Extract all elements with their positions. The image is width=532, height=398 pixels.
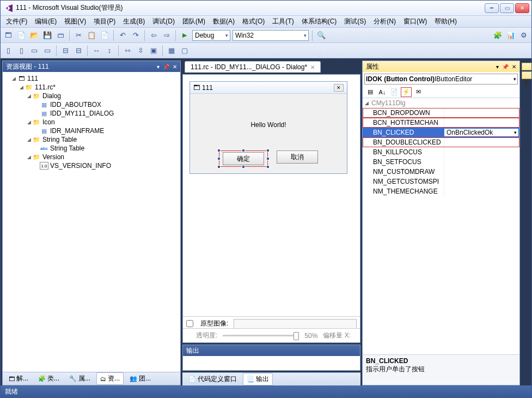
align-top-icon[interactable]: ▭ [29,45,40,56]
ext3-icon[interactable]: ⚙ [518,30,529,41]
minimize-button[interactable]: ━ [485,3,499,13]
menu-help[interactable]: 帮助(H) [431,16,460,27]
tree-stringtable-item[interactable]: abcString Table [4,144,179,153]
cut-icon[interactable]: ✂ [73,30,84,41]
align-left-icon[interactable]: ▯ [3,45,14,56]
prop-item[interactable]: BN_KILLFOCUS [363,147,519,157]
proto-path-input[interactable] [234,319,357,329]
editor-tab[interactable]: 111.rc - IDD_MY11..._DIALOG - Dialog* ✕ [185,61,321,73]
maximize-button[interactable]: ▭ [500,3,514,13]
btab-resource[interactable]: 🗂资... [96,372,124,385]
grid-icon[interactable]: ▦ [166,45,177,56]
config-combo[interactable]: Debug [192,30,230,41]
resource-tree[interactable]: ◢🗔111 ◢📁111.rc* ◢📁Dialog ▦IDD_ABOUTBOX ▦… [3,72,180,372]
center-v-icon[interactable]: ⊟ [73,45,84,56]
menu-window[interactable]: 窗口(W) [400,16,430,27]
prop-item-selected[interactable]: BN_CLICKEDOnBnClickedOk [363,128,519,137]
events-icon[interactable]: ⚡ [401,87,412,97]
properties-icon[interactable]: 📄 [389,87,400,97]
center-h-icon[interactable]: ⊟ [60,45,71,56]
ok-button-selection[interactable]: 确定 [219,150,268,167]
toolbox-tab[interactable]: 工具箱 [522,71,532,79]
btab-output[interactable]: 📃输出 [243,373,273,385]
align-right-icon[interactable]: ▯ [16,45,27,56]
same-size-icon[interactable]: ▣ [148,45,159,56]
ok-button[interactable]: 确定 [223,152,264,165]
cancel-button[interactable]: 取消 [277,150,318,164]
prop-item[interactable]: NM_GETCUSTOMSPI [363,177,519,186]
categorized-icon[interactable]: ▤ [365,87,376,97]
tree-rc[interactable]: ◢📁111.rc* [4,83,179,92]
tree-dialog-folder[interactable]: ◢📁Dialog [4,92,179,100]
menu-debug[interactable]: 调试(D) [149,16,178,27]
tree-root[interactable]: ◢🗔111 [4,74,179,83]
menu-analyze[interactable]: 分析(N) [370,16,399,27]
btab-codedef[interactable]: 📄代码定义窗口 [185,373,241,385]
menu-edit[interactable]: 编辑(E) [32,16,60,27]
find-icon[interactable]: 🔍 [316,30,327,41]
messages-icon[interactable]: ✉ [413,87,424,97]
nav-fwd-icon[interactable]: ⇨ [161,30,172,41]
menu-project[interactable]: 项目(P) [90,16,119,27]
space-h-icon[interactable]: ↔ [91,45,102,56]
tree-dialog-item[interactable]: ▦IDD_MY111_DIALOG [4,109,179,118]
menu-build[interactable]: 生成(B) [120,16,148,27]
start-debug-icon[interactable]: ▶ [179,30,190,41]
menu-team[interactable]: 团队(M) [179,16,209,27]
tab-close-icon[interactable]: ✕ [310,64,315,70]
dialog-designer[interactable]: 🗔 111 ✕ Hello World! 确定 取消 [182,74,360,343]
ext1-icon[interactable]: 🧩 [492,30,503,41]
prop-item[interactable]: BN_SETFOCUS [363,157,519,167]
menu-format[interactable]: 格式(O) [239,16,268,27]
platform-combo[interactable]: Win32 [233,30,309,41]
dropdown-icon[interactable]: ▾ [496,64,499,70]
btab-solution[interactable]: 🗔解... [5,372,32,385]
same-width-icon[interactable]: ⇿ [122,45,133,56]
tree-version-folder[interactable]: ◢📁Version [4,153,179,161]
add-item-icon[interactable]: 📄 [16,30,27,41]
menu-test[interactable]: 测试(S) [341,16,369,27]
save-icon[interactable]: 💾 [42,30,53,41]
tree-version-item[interactable]: 1.0VS_VERSION_INFO [4,161,179,170]
save-all-icon[interactable]: 🗃 [55,30,66,41]
new-project-icon[interactable]: 🗔 [3,30,14,41]
tree-dialog-item[interactable]: ▦IDD_ABOUTBOX [4,100,179,109]
tree-icon-folder[interactable]: ◢📁Icon [4,118,179,126]
btab-prop[interactable]: 🔧属... [65,372,94,385]
btab-team[interactable]: 👥团... [126,372,155,385]
properties-list[interactable]: ◢CMy111Dlg BCN_DROPDOWN BCN_HOTITEMCHAN … [363,98,519,354]
undo-icon[interactable]: ↶ [117,30,128,41]
pin-icon[interactable]: 📌 [502,64,509,70]
properties-selection[interactable]: IDOK (Button Control) IButtonEditor ▾ [364,74,518,85]
nav-back-icon[interactable]: ⇦ [148,30,159,41]
opacity-slider[interactable] [223,335,299,336]
dialog-close-icon[interactable]: ✕ [334,84,344,92]
panel-close-icon[interactable]: ✕ [512,64,516,70]
copy-icon[interactable]: 📋 [86,30,97,41]
ext2-icon[interactable]: 📊 [505,30,516,41]
align-bottom-icon[interactable]: ▭ [42,45,53,56]
alphabetical-icon[interactable]: A↓ [377,87,388,97]
menu-data[interactable]: 数据(A) [210,16,238,27]
proto-checkbox[interactable] [186,320,193,327]
tree-stringtable-folder[interactable]: ◢📁String Table [4,135,179,144]
space-v-icon[interactable]: ↕ [104,45,115,56]
tree-icon-item[interactable]: ▦IDR_MAINFRAME [4,126,179,135]
same-height-icon[interactable]: ⇳ [135,45,146,56]
menu-architecture[interactable]: 体系结构(C) [298,16,340,27]
prop-group[interactable]: ◢CMy111Dlg [363,98,519,108]
prop-item[interactable]: BN_DOUBLECLICKED [363,137,519,147]
prop-item[interactable]: BCN_HOTITEMCHAN [363,118,519,128]
menu-file[interactable]: 文件(F) [3,16,30,27]
panel-close-icon[interactable]: ✕ [173,64,177,70]
dialog-frame[interactable]: 🗔 111 ✕ Hello World! 确定 取消 [189,81,347,174]
prop-item[interactable]: BCN_DROPDOWN [363,108,519,118]
close-button[interactable]: ✕ [515,3,529,13]
open-icon[interactable]: 📂 [29,30,40,41]
prop-item[interactable]: NM_THEMECHANGE [363,186,519,196]
server-explorer-tab[interactable]: 服务器资源管理器 [522,63,532,70]
btab-class[interactable]: 🧩类... [34,372,63,385]
paste-icon[interactable]: 📄 [99,30,110,41]
menu-tools[interactable]: 工具(T) [269,16,297,27]
redo-icon[interactable]: ↷ [130,30,141,41]
